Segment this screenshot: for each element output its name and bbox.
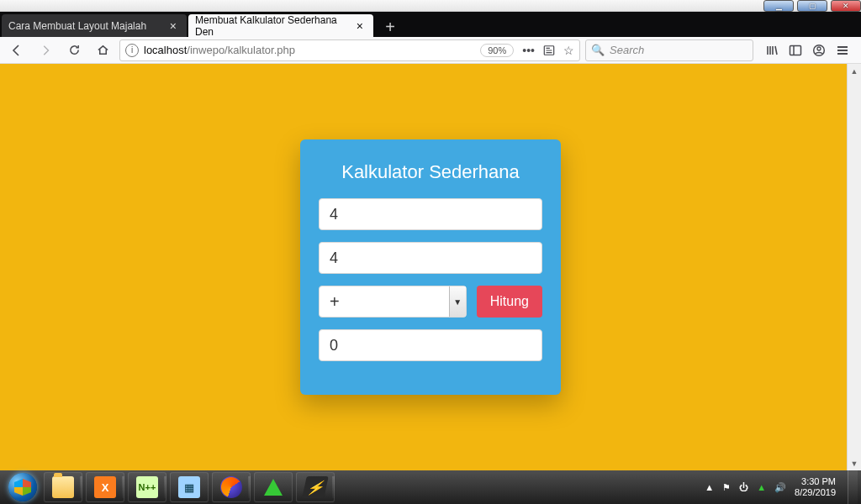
tray-overflow-button[interactable]: ▲ bbox=[705, 482, 714, 492]
search-icon: 🔍 bbox=[591, 44, 605, 56]
operator-select[interactable]: + ▼ bbox=[319, 286, 467, 318]
taskbar-downloads[interactable] bbox=[254, 472, 293, 502]
forward-button[interactable] bbox=[34, 39, 57, 62]
windows-orb-icon bbox=[8, 473, 37, 501]
folder-icon bbox=[52, 476, 74, 498]
taskbar-clock[interactable]: 3:30 PM 8/29/2019 bbox=[795, 476, 841, 498]
page-actions-icon[interactable]: ••• bbox=[522, 44, 535, 57]
page-body: Kalkulator Sederhana 4 4 + ▼ Hitung 0 bbox=[0, 64, 861, 470]
tray-network-icon[interactable]: ▲ bbox=[757, 482, 766, 492]
chevron-down-icon: ▼ bbox=[453, 297, 462, 307]
window-close-button[interactable]: ✕ bbox=[831, 0, 861, 12]
start-button[interactable] bbox=[3, 472, 42, 502]
arrow-right-icon bbox=[40, 45, 51, 56]
tab-kalkulator[interactable]: Membuat Kalkulator Sederhana Den × bbox=[188, 14, 373, 37]
taskbar-winamp[interactable]: ⚡ bbox=[296, 472, 335, 502]
minimize-icon: ▁ bbox=[776, 2, 782, 10]
svg-rect-1 bbox=[790, 45, 801, 55]
operand2-input[interactable]: 4 bbox=[319, 242, 542, 274]
tab-close-button[interactable]: × bbox=[166, 19, 180, 33]
clock-time: 3:30 PM bbox=[795, 476, 836, 487]
result-output[interactable]: 0 bbox=[319, 329, 542, 361]
operator-row: + ▼ Hitung bbox=[319, 286, 542, 318]
content-viewport: Kalkulator Sederhana 4 4 + ▼ Hitung 0 ▲ bbox=[0, 64, 861, 470]
tab-close-button[interactable]: × bbox=[353, 19, 367, 33]
reader-icon[interactable] bbox=[543, 45, 555, 56]
library-icon[interactable] bbox=[765, 44, 779, 57]
tab-title: Cara Membuat Layout Majalah bbox=[8, 20, 146, 32]
window-titlebar[interactable] bbox=[0, 0, 861, 12]
download-icon bbox=[264, 479, 283, 496]
close-icon: ✕ bbox=[843, 2, 849, 10]
tab-title: Membuat Kalkulator Sederhana Den bbox=[195, 14, 353, 38]
url-host: localhost bbox=[144, 44, 187, 56]
show-desktop-button[interactable] bbox=[848, 470, 858, 504]
system-tray: ▲ ⚑ ⏻ ▲ 🔊 3:30 PM 8/29/2019 bbox=[698, 476, 848, 498]
calculator-icon: ▦ bbox=[178, 476, 200, 498]
notepadpp-icon: N++ bbox=[136, 476, 158, 498]
svg-point-3 bbox=[817, 47, 821, 50]
search-box[interactable]: 🔍 Search bbox=[585, 39, 753, 61]
new-tab-button[interactable]: + bbox=[378, 17, 402, 37]
url-path: /inwepo/kalkulator.php bbox=[187, 44, 295, 56]
windows-taskbar: X N++ ▦ ⚡ ▲ ⚑ ⏻ ▲ 🔊 3:30 PM 8/29/2019 bbox=[0, 470, 861, 504]
clock-date: 8/29/2019 bbox=[795, 487, 836, 498]
window-minimize-button[interactable]: ▁ bbox=[763, 0, 794, 12]
xampp-icon: X bbox=[94, 476, 116, 498]
search-placeholder: Search bbox=[610, 44, 644, 56]
home-icon bbox=[97, 44, 109, 56]
tray-power-icon[interactable]: ⏻ bbox=[739, 482, 748, 492]
page-viewport: Kalkulator Sederhana 4 4 + ▼ Hitung 0 bbox=[0, 64, 861, 470]
home-button[interactable] bbox=[91, 39, 114, 62]
firefox-icon bbox=[220, 476, 242, 498]
navigation-toolbar: i localhost/inwepo/kalkulator.php 90% ••… bbox=[0, 37, 861, 64]
tab-strip: Cara Membuat Layout Majalah × Membuat Ka… bbox=[0, 12, 861, 37]
bookmark-star-icon[interactable]: ☆ bbox=[563, 44, 574, 57]
winamp-icon: ⚡ bbox=[302, 476, 329, 498]
menu-icon[interactable] bbox=[836, 44, 849, 57]
taskbar-calculator[interactable]: ▦ bbox=[170, 472, 209, 502]
taskbar-firefox[interactable] bbox=[212, 472, 251, 502]
tab-layout-majalah[interactable]: Cara Membuat Layout Majalah × bbox=[2, 14, 187, 37]
sidebar-icon[interactable] bbox=[789, 44, 802, 57]
calculate-button[interactable]: Hitung bbox=[477, 286, 542, 318]
window-maximize-button[interactable]: ▢ bbox=[797, 0, 827, 12]
reload-button[interactable] bbox=[62, 39, 86, 62]
toolbar-right-icons bbox=[765, 44, 849, 57]
site-info-icon[interactable]: i bbox=[125, 44, 139, 57]
window-control-buttons: ▁ ▢ ✕ bbox=[760, 0, 861, 12]
calculator-heading: Kalkulator Sederhana bbox=[319, 161, 542, 183]
url-bar[interactable]: i localhost/inwepo/kalkulator.php 90% ••… bbox=[119, 39, 580, 61]
operator-selected-value: + bbox=[320, 292, 449, 312]
select-dropdown-button[interactable]: ▼ bbox=[449, 286, 466, 317]
calculator-card: Kalkulator Sederhana 4 4 + ▼ Hitung 0 bbox=[300, 139, 561, 395]
back-button[interactable] bbox=[5, 39, 29, 62]
scroll-up-button[interactable]: ▲ bbox=[848, 64, 861, 78]
url-action-icons: ••• ☆ bbox=[522, 44, 574, 57]
tray-volume-icon[interactable]: 🔊 bbox=[774, 482, 786, 493]
taskbar-explorer[interactable] bbox=[44, 472, 82, 502]
vertical-scrollbar[interactable]: ▲ ▼ bbox=[847, 64, 861, 470]
plus-icon: + bbox=[385, 18, 395, 37]
taskbar-notepadpp[interactable]: N++ bbox=[128, 472, 166, 502]
operand1-input[interactable]: 4 bbox=[319, 198, 542, 230]
zoom-indicator[interactable]: 90% bbox=[480, 44, 514, 57]
browser-window: ▁ ▢ ✕ Cara Membuat Layout Majalah × Memb… bbox=[0, 0, 861, 470]
scroll-down-button[interactable]: ▼ bbox=[848, 456, 861, 470]
account-icon[interactable] bbox=[812, 44, 826, 57]
maximize-icon: ▢ bbox=[809, 2, 816, 10]
taskbar-xampp[interactable]: X bbox=[86, 472, 124, 502]
arrow-left-icon bbox=[10, 44, 24, 57]
reload-icon bbox=[68, 44, 81, 56]
tray-action-center-icon[interactable]: ⚑ bbox=[722, 482, 731, 493]
